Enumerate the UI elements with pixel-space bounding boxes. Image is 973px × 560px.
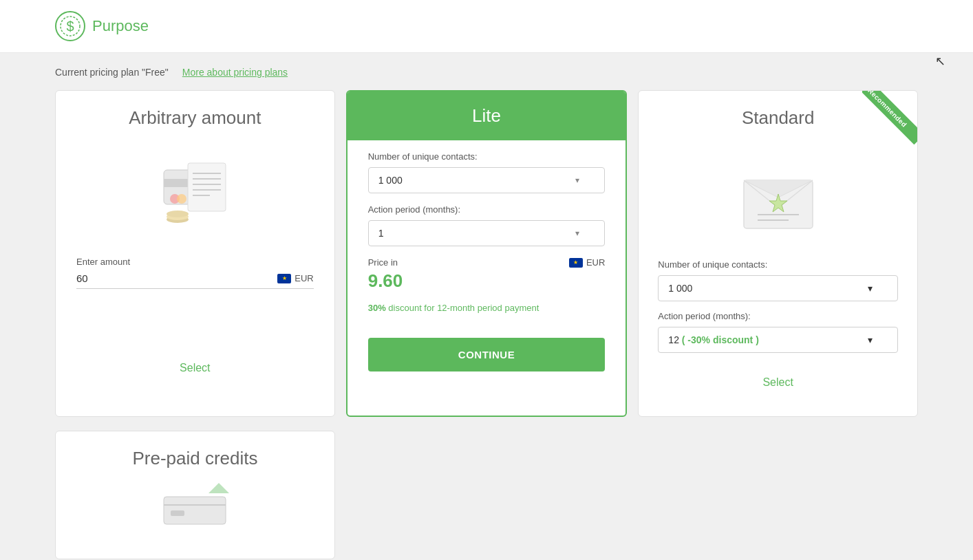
card-arbitrary-image [56,142,334,246]
card-prepaid-header: Pre-paid credits [56,431,334,483]
lite-contacts-value: 1 000 [378,175,403,186]
lite-period-value: 1 [378,228,384,239]
app-header: $ Purpose [0,0,973,53]
pricing-cards-row: Arbitrary amount [55,90,918,417]
card-arbitrary-header: Arbitrary amount [56,91,334,142]
more-plans-link[interactable]: More about pricing plans [182,67,288,78]
lite-currency-label: EUR [586,257,605,268]
bottom-cards-row: Pre-paid credits [55,431,918,559]
amount-input[interactable] [76,272,270,284]
main-content: Current pricing plan "Free" More about p… [0,53,973,560]
standard-select-button[interactable]: Select [659,369,897,396]
standard-contacts-select[interactable]: 1 000 ▾ [658,275,898,301]
card-prepaid: Pre-paid credits [55,431,335,559]
arbitrary-illustration [150,156,239,232]
standard-contacts-label: Number of unique contacts: [639,259,917,270]
standard-contacts-chevron-icon: ▾ [868,283,873,294]
card-arbitrary-body: Enter amount ★ EUR [56,246,334,355]
svg-rect-22 [171,510,184,516]
standard-period-chevron-icon: ▾ [868,334,873,345]
lite-price-row: Price in ★ EUR [368,257,606,268]
current-plan-label: Current pricing plan "Free" [55,67,169,78]
standard-period-value: 12 ( -30% discount ) [668,334,758,345]
card-standard: Recommended Standard [638,90,918,417]
svg-rect-7 [188,163,226,211]
eur-flag-icon: ★ [277,274,291,283]
lite-period-chevron-icon: ▾ [575,228,579,238]
card-lite: Lite Number of unique contacts: 1 000 ▾ … [346,90,628,417]
app-title: Purpose [92,17,149,35]
prepaid-illustration [160,483,229,531]
lite-price-value: 9.60 [368,270,606,292]
arbitrary-currency-label: EUR [295,273,313,283]
lite-discount-note: 30% discount for 12-month period payment [368,303,606,313]
standard-contacts-value: 1 000 [668,283,692,294]
lite-contacts-label: Number of unique contacts: [368,151,606,162]
lite-discount-text: discount for 12-month period payment [388,303,539,313]
card-arbitrary: Arbitrary amount [55,90,335,417]
svg-text:$: $ [66,19,74,34]
standard-fields: Number of unique contacts: 1 000 ▾ Actio… [639,259,917,369]
card-prepaid-image [56,483,334,545]
card-standard-image [639,142,917,259]
recommended-ribbon: Recommended [862,91,917,146]
card-lite-header: Lite [348,91,626,140]
card-lite-title: Lite [472,105,501,126]
enter-amount-label: Enter amount [76,257,314,267]
recommended-ribbon-label: Recommended [862,91,917,144]
lite-discount-percent: 30% [368,303,386,313]
standard-illustration [734,156,823,246]
arbitrary-select-button[interactable]: Select [76,355,314,381]
amount-input-row: ★ EUR [76,272,314,289]
lite-contacts-chevron-icon: ▾ [575,175,579,185]
lite-eur-flag-icon: ★ [569,258,583,268]
card-arbitrary-title: Arbitrary amount [129,107,261,128]
lite-continue-button[interactable]: CONTINUE [368,338,606,371]
svg-marker-23 [208,483,229,493]
lite-period-label: Action period (months): [368,204,606,215]
lite-price-in-label: Price in [368,257,398,268]
standard-period-select[interactable]: 12 ( -30% discount ) ▾ [658,327,898,353]
svg-point-15 [167,211,189,217]
svg-point-6 [177,194,186,204]
lite-contacts-select[interactable]: 1 000 ▾ [368,167,606,193]
card-lite-body: Number of unique contacts: 1 000 ▾ Actio… [348,140,626,338]
lite-period-select[interactable]: 1 ▾ [368,220,606,246]
standard-period-label: Action period (months): [639,311,917,321]
standard-discount-text: ( -30% discount ) [682,334,759,345]
pricing-bar: Current pricing plan "Free" More about p… [55,67,918,78]
card-prepaid-title: Pre-paid credits [132,448,257,469]
lite-currency-badge: ★ EUR [569,257,605,268]
app-logo-icon: $ [55,11,85,41]
arbitrary-currency-badge: ★ EUR [277,273,313,283]
card-standard-title: Standard [742,107,815,128]
